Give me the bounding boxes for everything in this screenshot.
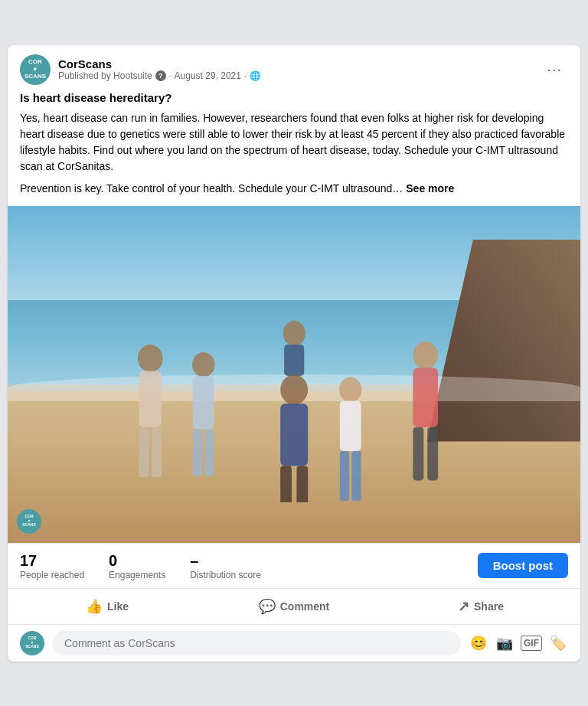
like-button[interactable]: 👍 Like — [14, 592, 201, 621]
people-reached-value: 17 — [20, 551, 84, 570]
post-preview-text: Prevention is key. Take control of your … — [20, 182, 403, 194]
comment-input[interactable] — [52, 631, 461, 655]
post-preview: Prevention is key. Take control of your … — [20, 181, 568, 197]
separator-dot2: · — [244, 72, 247, 80]
distribution-value: – — [190, 551, 261, 570]
hootsuite-help-icon[interactable]: ? — [155, 70, 166, 81]
distribution-label: Distribution score — [190, 570, 261, 580]
post-question: Is heart disease hereditary? — [20, 91, 568, 104]
svg-rect-2 — [139, 427, 149, 477]
post-text-section: Is heart disease hereditary? Yes, heart … — [8, 91, 580, 206]
post-header: COR♥SCANS CorScans Published by Hootsuit… — [8, 45, 580, 91]
globe-icon: 🌐 — [250, 70, 261, 81]
svg-rect-15 — [340, 400, 361, 450]
comment-label: Comment — [280, 600, 330, 613]
svg-rect-1 — [139, 371, 161, 427]
separator-dot: · — [169, 72, 172, 80]
distribution-stat: – Distribution score — [190, 551, 261, 580]
engagements-label: Engagements — [109, 570, 165, 580]
svg-point-0 — [138, 345, 163, 372]
actions-bar: 👍 Like 💬 Comment ↗ Share — [8, 589, 580, 625]
svg-rect-19 — [413, 368, 438, 427]
avatar: COR♥SCANS — [20, 54, 51, 85]
boost-post-button[interactable]: Boost post — [478, 553, 568, 578]
comment-avatar: COR♥SCANS — [20, 631, 44, 655]
emoji-button[interactable]: 😊 — [469, 633, 488, 653]
svg-rect-9 — [284, 345, 304, 376]
svg-rect-7 — [204, 429, 214, 476]
svg-point-4 — [192, 352, 214, 378]
svg-rect-3 — [152, 427, 162, 477]
author-name: CorScans — [58, 57, 541, 70]
svg-rect-5 — [193, 376, 214, 429]
svg-rect-12 — [280, 466, 292, 502]
more-options-button[interactable]: ··· — [541, 57, 568, 81]
engagements-value: 0 — [109, 551, 165, 570]
family-silhouettes — [65, 283, 523, 502]
post-subtitle: Published by Hootsuite ? · August 29, 20… — [58, 70, 541, 81]
like-icon: 👍 — [86, 598, 103, 615]
svg-rect-20 — [413, 427, 423, 480]
comment-button[interactable]: 💬 Comment — [201, 592, 387, 621]
comment-icon: 💬 — [259, 598, 276, 615]
camera-button[interactable]: 📷 — [495, 633, 514, 653]
svg-rect-6 — [193, 429, 202, 476]
stats-bar: 17 People reached 0 Engagements – Distri… — [8, 543, 580, 589]
svg-point-14 — [339, 377, 361, 402]
svg-point-8 — [283, 321, 305, 346]
see-more-button[interactable]: See more — [406, 182, 454, 194]
comment-bar: COR♥SCANS 😊 📷 GIF 🏷️ — [8, 625, 580, 662]
svg-rect-17 — [351, 451, 361, 501]
engagements-stat: 0 Engagements — [109, 551, 165, 580]
people-reached-label: People reached — [20, 570, 84, 580]
people-reached-stat: 17 People reached — [20, 551, 84, 580]
gif-button[interactable]: GIF — [521, 636, 542, 651]
post-meta: CorScans Published by Hootsuite ? · Augu… — [58, 57, 541, 81]
beach-scene: COR♥SCANS — [8, 206, 580, 543]
post-image: COR♥SCANS — [8, 206, 580, 543]
post-date: August 29, 2021 — [175, 70, 241, 81]
share-icon: ↗ — [458, 598, 469, 615]
svg-rect-13 — [296, 466, 308, 502]
svg-rect-21 — [427, 427, 438, 480]
share-button[interactable]: ↗ Share — [387, 592, 574, 621]
svg-rect-11 — [280, 404, 308, 466]
svg-point-18 — [413, 342, 438, 369]
share-label: Share — [474, 600, 504, 613]
post-card: COR♥SCANS CorScans Published by Hootsuit… — [8, 45, 580, 662]
svg-rect-16 — [340, 451, 349, 501]
publisher-text: Published by Hootsuite — [58, 70, 152, 81]
image-logo: COR♥SCANS — [17, 509, 41, 534]
sticker-button[interactable]: 🏷️ — [548, 633, 568, 653]
comment-icons: 😊 📷 GIF 🏷️ — [469, 633, 568, 653]
like-label: Like — [107, 600, 129, 613]
post-body: Yes, heart disease can run in families. … — [20, 110, 568, 175]
svg-point-10 — [280, 374, 308, 404]
